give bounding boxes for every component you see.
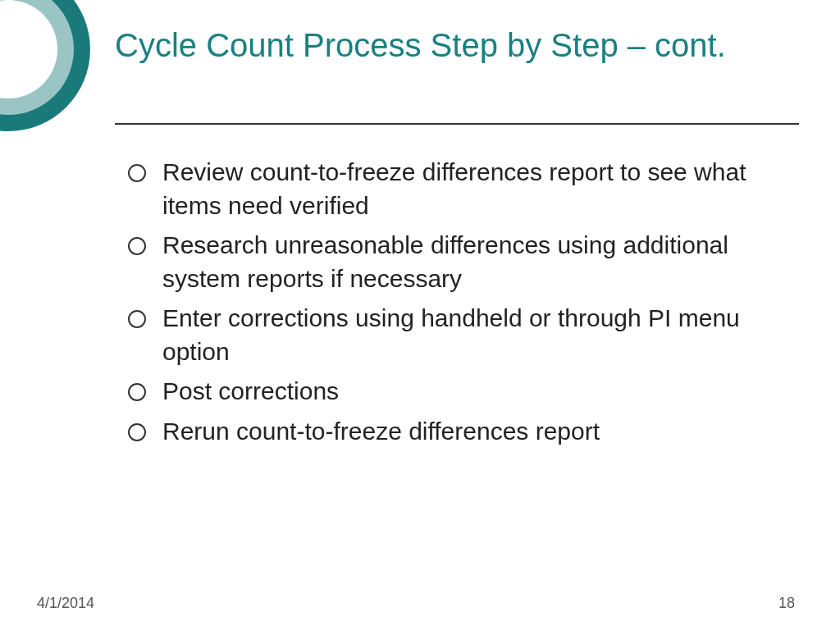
bullet-item: Research unreasonable differences using … (123, 229, 791, 295)
circle-mid (0, 0, 74, 115)
footer-page-number: 18 (778, 595, 795, 612)
bullet-item: Enter corrections using handheld or thro… (123, 302, 791, 368)
bullet-item: Rerun count-to-freeze differences report (123, 415, 791, 449)
decorative-circles (0, 0, 90, 131)
bullet-list: Review count-to-freeze differences repor… (123, 156, 791, 454)
footer-date: 4/1/2014 (37, 595, 94, 612)
bullet-item: Review count-to-freeze differences repor… (123, 156, 791, 222)
title-underline (115, 123, 799, 125)
slide-title: Cycle Count Process Step by Step – cont. (115, 25, 791, 66)
circle-outer (0, 0, 90, 131)
bullet-item: Post corrections (123, 375, 791, 409)
circle-inner (0, 0, 57, 98)
